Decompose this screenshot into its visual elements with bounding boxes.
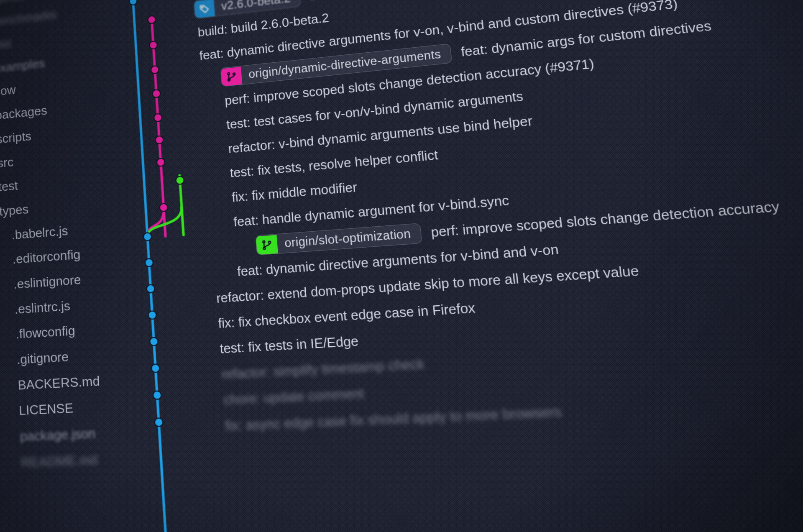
tag-icon: [194, 0, 215, 18]
tree-item-label: src: [0, 150, 14, 175]
commit-message: chore: update comment: [221, 386, 364, 408]
git-branch-icon: [256, 235, 278, 255]
tree-item-label: flow: [0, 78, 16, 104]
commit-node[interactable]: [156, 158, 165, 166]
commit-node[interactable]: [176, 176, 184, 185]
commit-node[interactable]: [152, 90, 161, 98]
commit-node[interactable]: [143, 233, 152, 241]
commit-node[interactable]: [151, 66, 159, 74]
tree-item-label: .flowconfig: [15, 318, 76, 347]
commit-node[interactable]: [148, 15, 156, 24]
tree-item-label: test: [0, 174, 18, 200]
commit-node[interactable]: [150, 337, 158, 346]
tree-item-label: dist: [0, 32, 12, 57]
commit-node[interactable]: [129, 0, 137, 5]
git-branch-icon: [221, 66, 242, 86]
tree-item-label: README.md: [20, 447, 98, 476]
tree-file[interactable]: README.md: [0, 445, 143, 477]
commit-list: build: build 2.6.0-beta.3build: fix feat…: [189, 0, 803, 532]
commit-node[interactable]: [154, 418, 163, 427]
commit-node[interactable]: [148, 311, 156, 320]
svg-point-3: [202, 7, 203, 8]
tree-item-label: BACKERS.md: [17, 368, 100, 398]
tree-item-label: types: [0, 197, 29, 224]
commit-node[interactable]: [151, 364, 160, 373]
commit-node[interactable]: [145, 258, 153, 267]
commit-node[interactable]: [154, 113, 162, 122]
tree-item-label: .eslintignore: [13, 267, 82, 297]
commit-node[interactable]: [149, 41, 158, 49]
tree-item-label: package.json: [20, 420, 96, 450]
tree-item-label: .babelrc.js: [11, 218, 69, 248]
commit-node[interactable]: [146, 284, 155, 293]
tree-item-label: .gitignore: [16, 344, 69, 373]
tree-item-label: scripts: [0, 124, 32, 151]
commit-node[interactable]: [155, 136, 164, 144]
commit-node[interactable]: [153, 391, 161, 399]
commit-node[interactable]: [159, 203, 168, 212]
tree-item-label: .eslintrc.js: [14, 293, 71, 322]
commit-message: test: fix tests in IE/Edge: [217, 333, 359, 356]
tree-item-label: LICENSE: [18, 395, 74, 424]
commit-message: refactor: simplify timestamp check: [219, 356, 425, 382]
